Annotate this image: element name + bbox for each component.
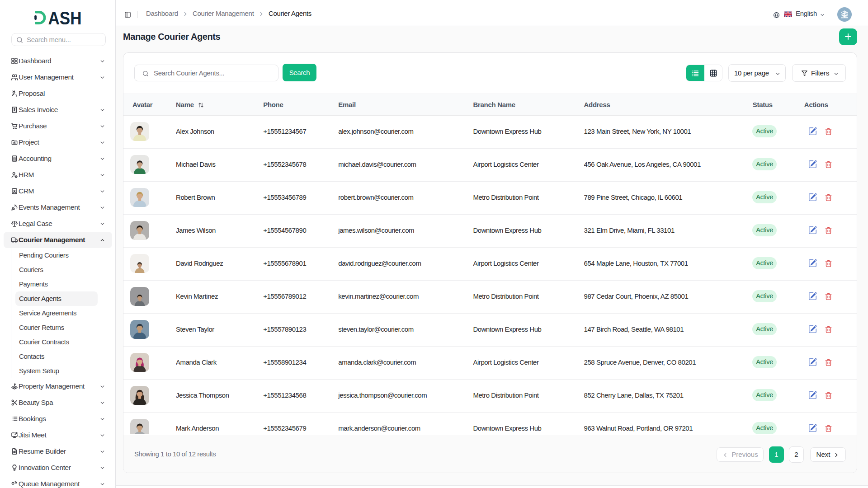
svg-text:ASH: ASH [48, 8, 82, 26]
